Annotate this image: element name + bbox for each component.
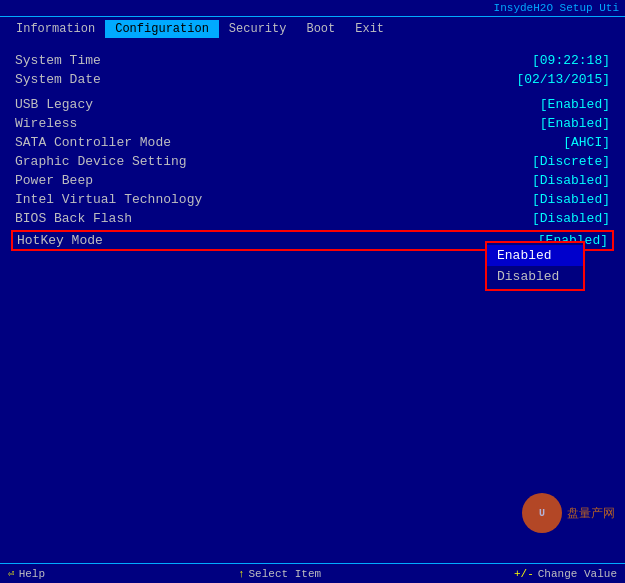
settings-label-4: Wireless: [15, 116, 77, 131]
menu-item-information[interactable]: Information: [6, 20, 105, 38]
arrow-change-icon: +/-: [514, 568, 534, 580]
settings-label-1: System Date: [15, 72, 101, 87]
menu-bar: Information Configuration Security Boot …: [0, 17, 625, 41]
bottom-select-item: ↑ Select Item: [238, 568, 321, 580]
menu-item-exit[interactable]: Exit: [345, 20, 394, 38]
settings-value-5: [AHCI]: [563, 135, 610, 150]
settings-label-10: HotKey Mode: [17, 233, 103, 248]
menu-item-security[interactable]: Security: [219, 20, 297, 38]
watermark-icon: U: [522, 493, 562, 533]
settings-row-9: BIOS Back Flash[Disabled]: [15, 209, 610, 228]
settings-value-4: [Enabled]: [540, 116, 610, 131]
settings-list: System Time[09:22:18]System Date[02/13/2…: [15, 51, 610, 253]
settings-value-0: [09:22:18]: [532, 53, 610, 68]
bottom-change-value: +/- Change Value: [514, 568, 617, 580]
dropdown-option-enabled[interactable]: Enabled: [487, 245, 583, 266]
settings-row-3: USB Legacy[Enabled]: [15, 95, 610, 114]
settings-row-6: Graphic Device Setting[Discrete]: [15, 152, 610, 171]
top-bar: InsydeH2O Setup Uti: [0, 0, 625, 17]
dropdown-option-disabled[interactable]: Disabled: [487, 266, 583, 287]
watermark: U 盘量产网: [522, 493, 615, 533]
settings-row-8: Intel Virtual Technology[Disabled]: [15, 190, 610, 209]
help-label: Help: [19, 568, 45, 580]
settings-row-7: Power Beep[Disabled]: [15, 171, 610, 190]
bottom-bar: ⏎ Help ↑ Select Item +/- Change Value: [0, 563, 625, 583]
settings-row-5: SATA Controller Mode[AHCI]: [15, 133, 610, 152]
settings-value-8: [Disabled]: [532, 192, 610, 207]
settings-row-4: Wireless[Enabled]: [15, 114, 610, 133]
dropdown-popup[interactable]: Enabled Disabled: [485, 241, 585, 291]
settings-label-8: Intel Virtual Technology: [15, 192, 202, 207]
bios-screen: InsydeH2O Setup Uti Information Configur…: [0, 0, 625, 583]
bottom-help: ⏎ Help: [8, 567, 45, 580]
settings-label-9: BIOS Back Flash: [15, 211, 132, 226]
settings-label-7: Power Beep: [15, 173, 93, 188]
settings-value-3: [Enabled]: [540, 97, 610, 112]
brand-label: InsydeH2O Setup Uti: [494, 2, 619, 14]
change-value-label: Change Value: [538, 568, 617, 580]
enter-icon: ⏎: [8, 567, 15, 580]
settings-row-1: System Date[02/13/2015]: [15, 70, 610, 89]
settings-label-6: Graphic Device Setting: [15, 154, 187, 169]
settings-value-7: [Disabled]: [532, 173, 610, 188]
menu-item-configuration[interactable]: Configuration: [105, 20, 219, 38]
settings-label-0: System Time: [15, 53, 101, 68]
settings-value-1: [02/13/2015]: [516, 72, 610, 87]
menu-item-boot[interactable]: Boot: [296, 20, 345, 38]
main-content: System Time[09:22:18]System Date[02/13/2…: [0, 41, 625, 563]
settings-value-9: [Disabled]: [532, 211, 610, 226]
settings-value-6: [Discrete]: [532, 154, 610, 169]
settings-label-5: SATA Controller Mode: [15, 135, 171, 150]
settings-label-3: USB Legacy: [15, 97, 93, 112]
settings-row-0: System Time[09:22:18]: [15, 51, 610, 70]
arrow-updown-icon: ↑: [238, 568, 245, 580]
watermark-text: 盘量产网: [567, 505, 615, 522]
select-item-label: Select Item: [248, 568, 321, 580]
